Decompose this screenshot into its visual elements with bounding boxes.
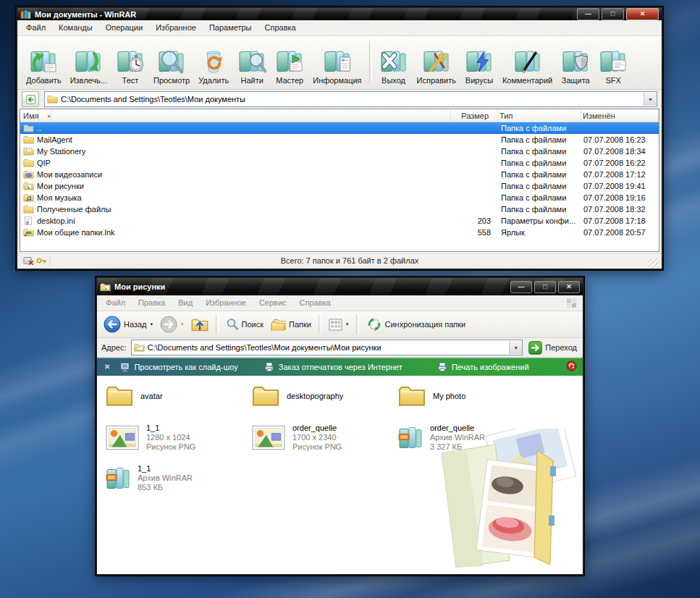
task-print-pictures[interactable]: Печать изображений	[437, 362, 529, 371]
extract-label: Извлечь...	[70, 76, 107, 85]
views-dropdown-icon[interactable]: ▾	[346, 321, 349, 327]
up-button[interactable]	[189, 316, 211, 334]
back-button[interactable]: Назад ▾	[101, 314, 155, 334]
menu-view[interactable]: Вид	[172, 295, 199, 311]
file-row[interactable]: Мои видеозаписи Папка с файлами 07.07.20…	[20, 169, 659, 180]
menu-tools[interactable]: Сервис	[253, 295, 293, 311]
column-header-type[interactable]: Тип	[498, 109, 581, 122]
add-button[interactable]: Добавить	[22, 38, 66, 86]
disk-delete-icon[interactable]	[23, 256, 34, 266]
comment-button[interactable]: Комментарий	[498, 38, 557, 86]
file-row[interactable]: Мои рисунки Папка с файлами 07.07.2008 1…	[20, 180, 659, 192]
archive-tile[interactable]: 1_1 Архив WinRAR 853 КБ	[106, 464, 249, 492]
up-one-level-button[interactable]	[22, 91, 39, 107]
band-close-icon[interactable]: ✕	[104, 363, 110, 371]
winrar-maximize-button[interactable]: □	[602, 8, 624, 20]
address-dropdown-button[interactable]: ▾	[509, 341, 522, 354]
file-row[interactable]: Мои общие папки.lnk 558 Ярлык 07.07.2008…	[20, 227, 659, 238]
folder-icon	[47, 95, 58, 104]
view-button[interactable]: Просмотр	[149, 38, 194, 86]
repair-button[interactable]: Исправить	[413, 38, 460, 86]
winrar-archive-icon	[398, 424, 423, 451]
folder-tile-my-photo[interactable]: My photo	[398, 384, 541, 407]
sfx-button[interactable]: SFX	[594, 38, 632, 86]
winrar-window: Мои документы - WinRAR — □ ✕ Файл Команд…	[16, 7, 663, 270]
wizard-button[interactable]: Мастер	[271, 38, 308, 86]
menu-file[interactable]: Файл	[99, 295, 132, 311]
image-tile[interactable]: 1_1 1280 x 1024 Рисунок PNG	[106, 424, 249, 452]
explorer-toolbar: Назад ▾ ▾ Поиск	[97, 311, 583, 338]
band-red-badge-icon[interactable]	[566, 361, 577, 373]
menu-file[interactable]: Файл	[20, 20, 52, 35]
menu-edit[interactable]: Правка	[132, 295, 172, 311]
explorer-titlebar[interactable]: Мои рисунки — □ ✕	[97, 278, 583, 295]
forward-dropdown-icon[interactable]: ▾	[181, 321, 184, 327]
delete-button[interactable]: Удалить	[194, 38, 233, 86]
archive-tile[interactable]: order_quelle Архив WinRAR 3 327 КБ	[398, 424, 541, 452]
winrar-minimize-button[interactable]: —	[577, 8, 599, 20]
search-label: Поиск	[242, 320, 263, 329]
file-row[interactable]: Полученные файлы Папка с файлами 07.07.2…	[20, 203, 659, 215]
explorer-close-button[interactable]: ✕	[558, 281, 580, 293]
file-row[interactable]: My Stationery Папка с файлами 07.07.2008…	[20, 146, 659, 157]
virus-scan-button[interactable]: Вирусы	[460, 38, 498, 86]
view-icon	[157, 49, 186, 75]
find-icon	[237, 49, 266, 75]
folder-sync-button[interactable]: Синхронизация папки	[364, 316, 468, 333]
folder-icon	[398, 384, 426, 407]
menu-commands[interactable]: Команды	[52, 20, 99, 35]
explorer-minimize-button[interactable]: —	[510, 281, 532, 293]
find-button[interactable]: Найти	[233, 38, 271, 86]
exit-button[interactable]: Выход	[375, 38, 413, 86]
folder-tile-desktopography[interactable]: desktopography	[252, 384, 395, 407]
toolbar-separator	[369, 41, 372, 82]
videos-folder-icon	[23, 170, 34, 179]
menu-help[interactable]: Справка	[258, 20, 303, 35]
sort-ascending-icon: ▴	[48, 109, 51, 122]
search-button[interactable]: Поиск	[224, 316, 266, 332]
column-header-modified[interactable]: Изменён	[581, 109, 659, 122]
forward-button[interactable]: ▾	[158, 314, 186, 334]
info-button[interactable]: Информация	[308, 38, 366, 86]
task-order-prints[interactable]: Заказ отпечатков через Интернет	[264, 362, 402, 371]
menu-favorites[interactable]: Избранное	[199, 295, 253, 311]
views-button[interactable]: ▾	[326, 317, 351, 332]
explorer-window: Мои рисунки — □ ✕ Файл Правка Вид Избран…	[96, 277, 584, 576]
back-dropdown-icon[interactable]: ▾	[151, 321, 153, 327]
protect-button[interactable]: Защита	[557, 38, 594, 86]
column-header-name[interactable]: Имя ▴	[20, 109, 451, 122]
winrar-close-button[interactable]: ✕	[626, 8, 659, 20]
winrar-address-row: C:\Documents and Settings\Teotles\Мои до…	[17, 90, 662, 109]
file-row[interactable]: MailAgent Папка с файлами 07.07.2008 16:…	[20, 134, 659, 146]
pictures-folder-icon	[100, 282, 111, 292]
menu-options[interactable]: Параметры	[203, 20, 258, 35]
file-row[interactable]: QIP Папка с файлами 07.07.2008 16:22	[20, 157, 659, 169]
folders-button[interactable]: Папки	[269, 316, 313, 332]
winrar-address-combobox[interactable]: C:\Documents and Settings\Teotles\Мои до…	[44, 91, 657, 107]
menu-operations[interactable]: Операции	[99, 20, 149, 35]
extract-button[interactable]: Извлечь...	[66, 38, 111, 86]
column-header-size[interactable]: Размер	[451, 109, 498, 122]
explorer-maximize-button[interactable]: □	[534, 281, 556, 293]
menu-favorites[interactable]: Избранное	[149, 20, 203, 35]
image-tile[interactable]: order_quelle 1700 x 2340 Рисунок PNG	[252, 424, 395, 452]
file-row[interactable]: desktop.ini 203 Параметры конфи... 07.07…	[20, 215, 659, 227]
go-button[interactable]: Переход	[527, 341, 578, 355]
menu-help[interactable]: Справка	[293, 295, 337, 311]
explorer-address-combobox[interactable]: C:\Documents and Settings\Teotles\Мои до…	[131, 340, 523, 355]
winrar-titlebar[interactable]: Мои документы - WinRAR — □ ✕	[17, 8, 662, 20]
test-button[interactable]: Тест	[111, 38, 149, 86]
windows-logo-icon	[566, 298, 578, 308]
address-dropdown-button[interactable]: ▾	[644, 93, 657, 106]
task-slideshow[interactable]: Просмотреть как слайд-шоу	[120, 362, 237, 372]
file-row[interactable]: Моя музыка Папка с файлами 07.07.2008 19…	[20, 192, 659, 203]
file-row-updir[interactable]: .. Папка с файлами	[20, 122, 659, 134]
ini-file-icon	[23, 216, 34, 225]
explorer-address-path: C:\Documents and Settings\Teotles\Мои до…	[148, 343, 507, 352]
key-icon[interactable]	[36, 256, 47, 266]
resize-grip[interactable]	[649, 258, 659, 269]
pictures-folder-icon	[134, 343, 145, 352]
view-label: Просмотр	[153, 76, 190, 85]
folder-tile-avatar[interactable]: avatar	[106, 384, 249, 407]
go-label: Переход	[545, 343, 577, 352]
